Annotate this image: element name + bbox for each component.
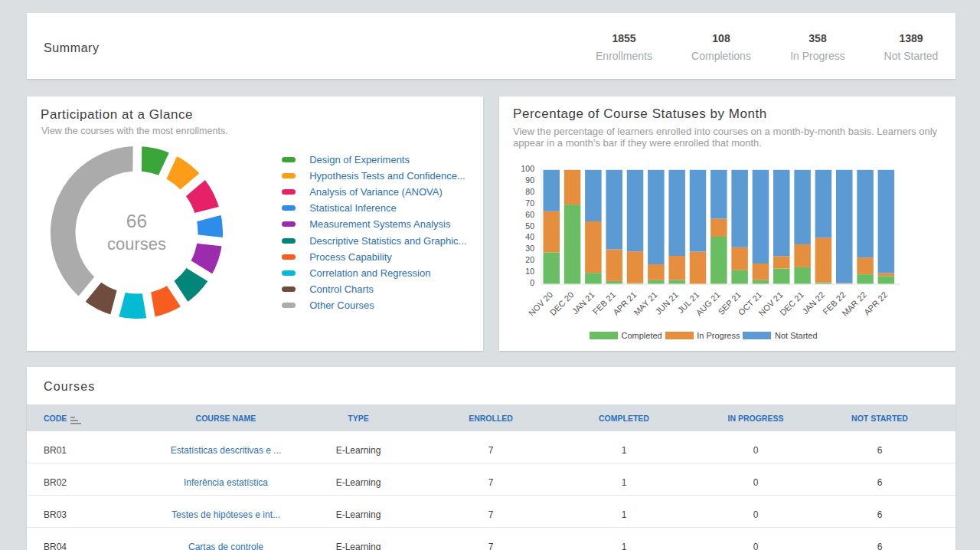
svg-text:30: 30 — [525, 244, 534, 253]
svg-text:JUN 21: JUN 21 — [654, 290, 680, 316]
svg-text:70: 70 — [525, 198, 534, 208]
svg-text:40: 40 — [525, 232, 534, 241]
svg-text:MAY 21: MAY 21 — [632, 290, 658, 316]
svg-text:20: 20 — [525, 255, 534, 264]
svg-text:APR 22: APR 22 — [862, 290, 889, 316]
svg-text:60: 60 — [525, 210, 534, 219]
svg-text:DEC 21: DEC 21 — [778, 290, 805, 317]
svg-text:80: 80 — [525, 187, 534, 196]
svg-text:DEC 20: DEC 20 — [548, 290, 576, 317]
svg-text:100: 100 — [521, 164, 534, 173]
svg-text:50: 50 — [525, 221, 534, 231]
svg-text:0: 0 — [530, 278, 534, 287]
svg-text:90: 90 — [525, 175, 534, 185]
svg-text:10: 10 — [525, 267, 534, 276]
